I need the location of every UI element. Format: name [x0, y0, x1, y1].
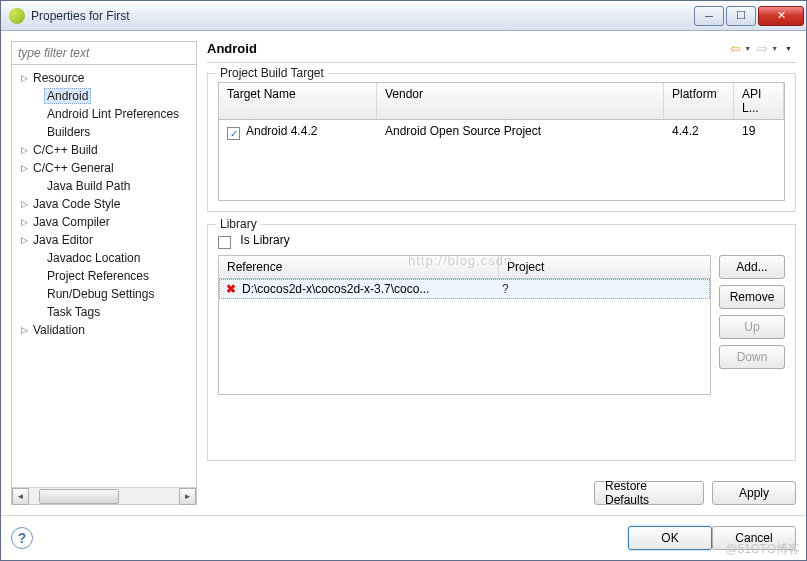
tree-item-label: C/C++ Build: [30, 143, 101, 157]
is-library-label: Is Library: [240, 233, 289, 247]
tree-item-validation[interactable]: ▷Validation: [12, 321, 196, 339]
build-target-label: Project Build Target: [216, 66, 328, 80]
back-arrow-icon[interactable]: ⇦: [730, 41, 741, 56]
tree-item-project-references[interactable]: Project References: [12, 267, 196, 285]
titlebar[interactable]: Properties for First ─ ☐ ✕: [1, 1, 806, 31]
scroll-thumb[interactable]: [39, 489, 119, 504]
apply-button[interactable]: Apply: [712, 481, 796, 505]
forward-arrow-icon: ⇨: [757, 41, 768, 56]
expand-icon[interactable]: ▷: [18, 325, 30, 335]
tree-item-java-build-path[interactable]: Java Build Path: [12, 177, 196, 195]
window-title: Properties for First: [31, 9, 694, 23]
forward-menu-icon[interactable]: ▼: [771, 45, 778, 52]
properties-dialog: Properties for First ─ ☐ ✕ ▷ResourceAndr…: [0, 0, 807, 561]
tree-item-run-debug-settings[interactable]: Run/Debug Settings: [12, 285, 196, 303]
build-target-group: Project Build Target Target Name Vendor …: [207, 73, 796, 212]
library-label: Library: [216, 217, 261, 231]
tree-item-c-c-general[interactable]: ▷C/C++ General: [12, 159, 196, 177]
target-name-cell: Android 4.4.2: [246, 124, 317, 138]
col-project[interactable]: Project: [499, 256, 710, 278]
ok-button[interactable]: OK: [628, 526, 712, 550]
tree-item-label: Validation: [30, 323, 88, 337]
page-title: Android: [207, 41, 730, 56]
minimize-button[interactable]: ─: [694, 6, 724, 26]
close-button[interactable]: ✕: [758, 6, 804, 26]
expand-icon[interactable]: ▷: [18, 163, 30, 173]
h-scrollbar[interactable]: ◄ ►: [12, 487, 196, 504]
tree-item-label: Javadoc Location: [44, 251, 143, 265]
add-button[interactable]: Add...: [719, 255, 785, 279]
tree-item-resource[interactable]: ▷Resource: [12, 69, 196, 87]
error-icon: ✖: [226, 282, 242, 296]
is-library-row: ✓ Is Library: [218, 233, 785, 249]
filter-input[interactable]: [12, 42, 196, 65]
view-menu-icon[interactable]: ▼: [785, 45, 792, 52]
library-ref-table[interactable]: Reference Project ✖ D:\cocos2d-x\cocos2d…: [218, 255, 711, 395]
dialog-footer: ? OK Cancel: [1, 515, 806, 560]
expand-icon[interactable]: ▷: [18, 217, 30, 227]
library-group: Library ✓ Is Library http://blog.csdn Re…: [207, 224, 796, 461]
content-pane: Android ⇦ ▼ ⇨ ▼ ▼ Project Build Target T…: [207, 41, 796, 505]
nav-pane: ▷ResourceAndroidAndroid Lint Preferences…: [11, 41, 197, 505]
tree-item-label: Builders: [44, 125, 93, 139]
tree-item-c-c-build[interactable]: ▷C/C++ Build: [12, 141, 196, 159]
tree-item-android[interactable]: Android: [12, 87, 196, 105]
tree-item-java-editor[interactable]: ▷Java Editor: [12, 231, 196, 249]
tree-item-android-lint-preferences[interactable]: Android Lint Preferences: [12, 105, 196, 123]
col-api[interactable]: API L...: [734, 83, 784, 119]
target-vendor-cell: Android Open Source Project: [377, 120, 664, 200]
tree-item-label: Run/Debug Settings: [44, 287, 157, 301]
back-menu-icon[interactable]: ▼: [744, 45, 751, 52]
tree-item-label: Java Build Path: [44, 179, 133, 193]
col-target-name[interactable]: Target Name: [219, 83, 377, 119]
tree-item-label: Java Editor: [30, 233, 96, 247]
target-platform-cell: 4.4.2: [664, 120, 734, 200]
restore-defaults-button[interactable]: Restore Defaults: [594, 481, 704, 505]
up-button[interactable]: Up: [719, 315, 785, 339]
col-vendor[interactable]: Vendor: [377, 83, 664, 119]
expand-icon[interactable]: ▷: [18, 145, 30, 155]
tree-item-java-compiler[interactable]: ▷Java Compiler: [12, 213, 196, 231]
tree-item-builders[interactable]: Builders: [12, 123, 196, 141]
tree-item-task-tags[interactable]: Task Tags: [12, 303, 196, 321]
maximize-button[interactable]: ☐: [726, 6, 756, 26]
down-button[interactable]: Down: [719, 345, 785, 369]
target-row[interactable]: ✓Android 4.4.2 Android Open Source Proje…: [219, 120, 784, 200]
tree-item-label: Java Compiler: [30, 215, 113, 229]
scroll-left-button[interactable]: ◄: [12, 488, 29, 505]
expand-icon[interactable]: ▷: [18, 73, 30, 83]
ref-project-cell: ?: [502, 282, 703, 296]
tree-item-label: Project References: [44, 269, 152, 283]
target-api-cell: 19: [734, 120, 784, 200]
ref-path-cell: D:\cocos2d-x\cocos2d-x-3.7\coco...: [242, 282, 502, 296]
tree-item-java-code-style[interactable]: ▷Java Code Style: [12, 195, 196, 213]
target-checkbox[interactable]: ✓: [227, 127, 240, 140]
tree-item-label: Task Tags: [44, 305, 103, 319]
nav-tree[interactable]: ▷ResourceAndroidAndroid Lint Preferences…: [12, 65, 196, 487]
tree-item-label: C/C++ General: [30, 161, 117, 175]
col-platform[interactable]: Platform: [664, 83, 734, 119]
corner-watermark: @51CTO博客: [725, 541, 800, 558]
target-table[interactable]: Target Name Vendor Platform API L... ✓An…: [218, 82, 785, 201]
tree-item-label: Android: [44, 88, 91, 104]
remove-button[interactable]: Remove: [719, 285, 785, 309]
scroll-right-button[interactable]: ►: [179, 488, 196, 505]
tree-item-label: Resource: [30, 71, 87, 85]
library-ref-row[interactable]: ✖ D:\cocos2d-x\cocos2d-x-3.7\coco... ?: [219, 279, 710, 299]
tree-item-label: Android Lint Preferences: [44, 107, 182, 121]
is-library-checkbox[interactable]: ✓: [218, 236, 231, 249]
help-icon[interactable]: ?: [11, 527, 33, 549]
expand-icon[interactable]: ▷: [18, 199, 30, 209]
expand-icon[interactable]: ▷: [18, 235, 30, 245]
col-reference[interactable]: Reference: [219, 256, 499, 278]
tree-item-label: Java Code Style: [30, 197, 123, 211]
tree-item-javadoc-location[interactable]: Javadoc Location: [12, 249, 196, 267]
app-icon: [9, 8, 25, 24]
